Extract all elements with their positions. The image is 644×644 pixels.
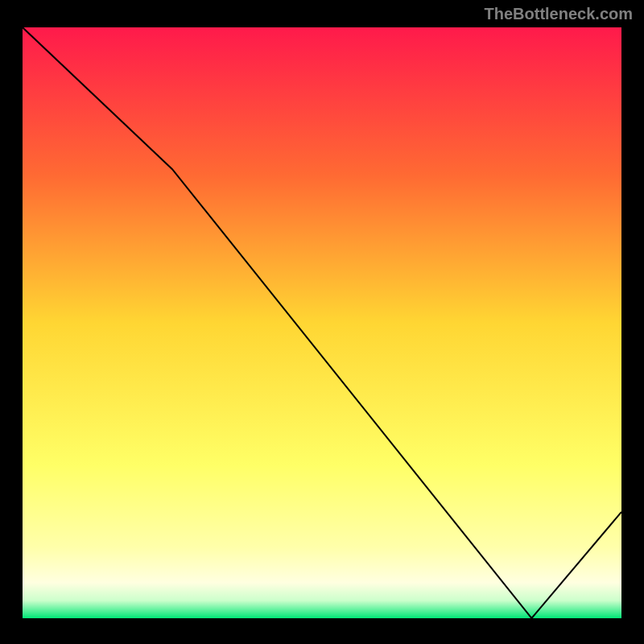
- chart-canvas: [23, 27, 621, 618]
- attribution-text: TheBottleneck.com: [485, 5, 633, 23]
- gradient-background: [23, 27, 621, 618]
- chart-frame: [21, 26, 623, 620]
